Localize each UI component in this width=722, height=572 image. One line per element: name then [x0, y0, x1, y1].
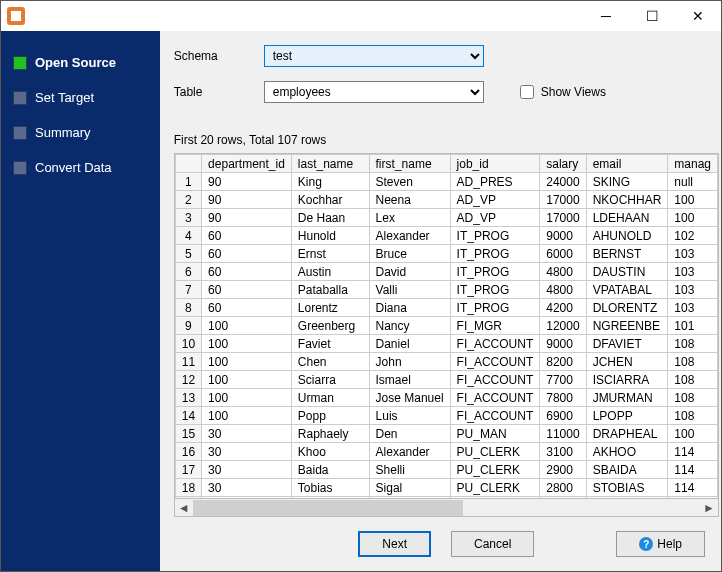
- wizard-step-0[interactable]: Open Source: [9, 45, 160, 80]
- table-row[interactable]: 460HunoldAlexanderIT_PROG9000AHUNOLD102: [175, 227, 717, 245]
- cell[interactable]: IT_PROG: [450, 299, 540, 317]
- cell[interactable]: 100: [668, 191, 718, 209]
- cell[interactable]: 114: [668, 479, 718, 497]
- cell[interactable]: 2800: [540, 479, 586, 497]
- row-header[interactable]: 10: [175, 335, 201, 353]
- cell[interactable]: 24000: [540, 173, 586, 191]
- cell[interactable]: 4800: [540, 263, 586, 281]
- cell[interactable]: IT_PROG: [450, 263, 540, 281]
- cancel-button[interactable]: Cancel: [451, 531, 534, 557]
- data-grid[interactable]: department_idlast_namefirst_namejob_idsa…: [174, 153, 719, 499]
- cell[interactable]: Steven: [369, 173, 450, 191]
- cell[interactable]: LPOPP: [586, 407, 668, 425]
- cell[interactable]: Alexander: [369, 443, 450, 461]
- minimize-button[interactable]: ─: [583, 1, 629, 31]
- table-select[interactable]: employees: [264, 81, 484, 103]
- cell[interactable]: Greenberg: [291, 317, 369, 335]
- cell[interactable]: 4200: [540, 299, 586, 317]
- close-button[interactable]: ✕: [675, 1, 721, 31]
- cell[interactable]: IT_PROG: [450, 227, 540, 245]
- cell[interactable]: 100: [202, 371, 292, 389]
- row-header[interactable]: 16: [175, 443, 201, 461]
- column-header[interactable]: department_id: [202, 155, 292, 173]
- cell[interactable]: FI_ACCOUNT: [450, 371, 540, 389]
- show-views-checkbox[interactable]: Show Views: [516, 82, 606, 102]
- cell[interactable]: 101: [668, 317, 718, 335]
- cell[interactable]: FI_ACCOUNT: [450, 407, 540, 425]
- table-row[interactable]: 290KochharNeenaAD_VP17000NKOCHHAR100: [175, 191, 717, 209]
- row-header[interactable]: 7: [175, 281, 201, 299]
- row-header[interactable]: 1: [175, 173, 201, 191]
- cell[interactable]: IT_PROG: [450, 281, 540, 299]
- cell[interactable]: 60: [202, 281, 292, 299]
- cell[interactable]: 108: [668, 335, 718, 353]
- cell[interactable]: Bruce: [369, 245, 450, 263]
- cell[interactable]: Khoo: [291, 443, 369, 461]
- cell[interactable]: 17000: [540, 209, 586, 227]
- cell[interactable]: 100: [202, 335, 292, 353]
- cell[interactable]: PU_CLERK: [450, 443, 540, 461]
- cell[interactable]: DFAVIET: [586, 335, 668, 353]
- column-header[interactable]: last_name: [291, 155, 369, 173]
- cell[interactable]: 103: [668, 299, 718, 317]
- cell[interactable]: SKING: [586, 173, 668, 191]
- row-header[interactable]: 17: [175, 461, 201, 479]
- schema-select[interactable]: test: [264, 45, 484, 67]
- cell[interactable]: Urman: [291, 389, 369, 407]
- column-header[interactable]: email: [586, 155, 668, 173]
- cell[interactable]: 108: [668, 407, 718, 425]
- cell[interactable]: null: [668, 173, 718, 191]
- cell[interactable]: Valli: [369, 281, 450, 299]
- cell[interactable]: 30: [202, 479, 292, 497]
- cell[interactable]: JCHEN: [586, 353, 668, 371]
- cell[interactable]: Ernst: [291, 245, 369, 263]
- cell[interactable]: Ismael: [369, 371, 450, 389]
- table-row[interactable]: 1530RaphaelyDenPU_MAN11000DRAPHEAL100: [175, 425, 717, 443]
- row-header[interactable]: 3: [175, 209, 201, 227]
- cell[interactable]: 90: [202, 173, 292, 191]
- cell[interactable]: Shelli: [369, 461, 450, 479]
- cell[interactable]: Alexander: [369, 227, 450, 245]
- table-row[interactable]: 760PataballaValliIT_PROG4800VPATABAL103: [175, 281, 717, 299]
- cell[interactable]: 7800: [540, 389, 586, 407]
- cell[interactable]: 17000: [540, 191, 586, 209]
- cell[interactable]: Sciarra: [291, 371, 369, 389]
- cell[interactable]: 114: [668, 443, 718, 461]
- cell[interactable]: De Haan: [291, 209, 369, 227]
- wizard-step-3[interactable]: Convert Data: [9, 150, 160, 185]
- row-header[interactable]: 6: [175, 263, 201, 281]
- cell[interactable]: 60: [202, 299, 292, 317]
- cell[interactable]: 103: [668, 263, 718, 281]
- table-row[interactable]: 1830TobiasSigalPU_CLERK2800STOBIAS114: [175, 479, 717, 497]
- row-header[interactable]: 18: [175, 479, 201, 497]
- cell[interactable]: AD_VP: [450, 191, 540, 209]
- cell[interactable]: Popp: [291, 407, 369, 425]
- table-row[interactable]: 1730BaidaShelliPU_CLERK2900SBAIDA114: [175, 461, 717, 479]
- cell[interactable]: Faviet: [291, 335, 369, 353]
- table-row[interactable]: 14100PoppLuisFI_ACCOUNT6900LPOPP108: [175, 407, 717, 425]
- cell[interactable]: 9000: [540, 335, 586, 353]
- column-header[interactable]: first_name: [369, 155, 450, 173]
- cell[interactable]: PU_MAN: [450, 425, 540, 443]
- table-row[interactable]: 1630KhooAlexanderPU_CLERK3100AKHOO114: [175, 443, 717, 461]
- cell[interactable]: Diana: [369, 299, 450, 317]
- cell[interactable]: JMURMAN: [586, 389, 668, 407]
- table-row[interactable]: 11100ChenJohnFI_ACCOUNT8200JCHEN108: [175, 353, 717, 371]
- show-views-input[interactable]: [520, 85, 534, 99]
- cell[interactable]: Jose Manuel: [369, 389, 450, 407]
- cell[interactable]: 2900: [540, 461, 586, 479]
- cell[interactable]: 30: [202, 443, 292, 461]
- cell[interactable]: 114: [668, 461, 718, 479]
- cell[interactable]: 6900: [540, 407, 586, 425]
- cell[interactable]: 108: [668, 371, 718, 389]
- cell[interactable]: Hunold: [291, 227, 369, 245]
- cell[interactable]: 108: [668, 353, 718, 371]
- cell[interactable]: BERNST: [586, 245, 668, 263]
- row-header[interactable]: 2: [175, 191, 201, 209]
- scroll-right-icon[interactable]: ►: [700, 500, 718, 516]
- cell[interactable]: 30: [202, 425, 292, 443]
- cell[interactable]: FI_ACCOUNT: [450, 335, 540, 353]
- cell[interactable]: Austin: [291, 263, 369, 281]
- scroll-left-icon[interactable]: ◄: [175, 500, 193, 516]
- table-row[interactable]: 10100FavietDanielFI_ACCOUNT9000DFAVIET10…: [175, 335, 717, 353]
